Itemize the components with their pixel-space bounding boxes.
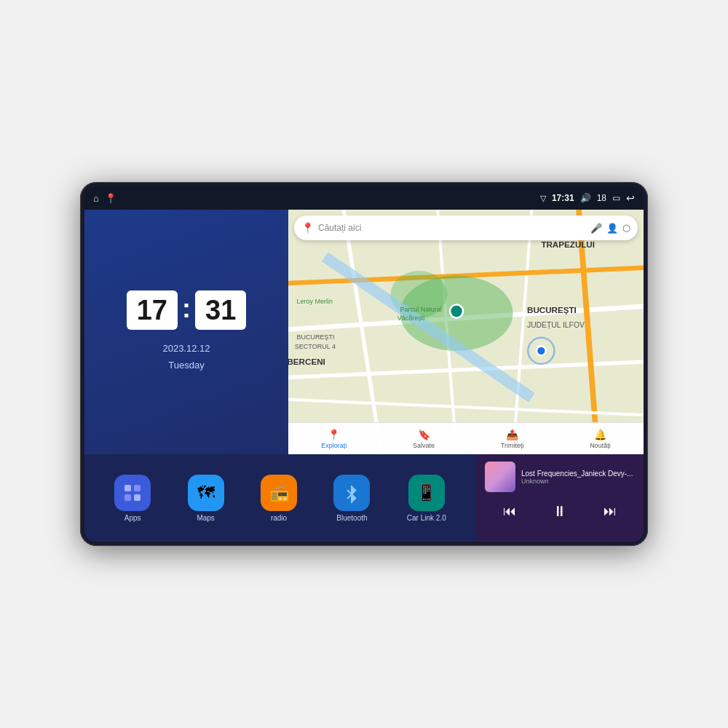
app-icon-maps[interactable]: 🗺 Maps	[188, 475, 224, 522]
svg-text:Leroy Merlin: Leroy Merlin	[296, 298, 333, 305]
svg-text:Parcul Natural: Parcul Natural	[400, 306, 442, 313]
music-player: Lost Frequencies_Janieck Devy-... Unknow…	[476, 454, 644, 542]
svg-text:BERCENI: BERCENI	[288, 357, 325, 366]
clock-colon: :	[182, 293, 191, 324]
svg-text:SECTORUL 4: SECTORUL 4	[295, 343, 336, 350]
svg-point-13	[537, 346, 546, 355]
send-icon: 📤	[506, 429, 518, 440]
carlink-app-icon: 📱	[408, 475, 445, 511]
svg-text:TRAPEZULUI: TRAPEZULUI	[541, 240, 595, 249]
explore-icon: 📍	[328, 429, 340, 440]
next-button[interactable]: ⏭	[598, 499, 622, 523]
music-artist: Unknown	[521, 478, 635, 485]
map-bottom-nav: 📍 Explorați 🔖 Salvate 📤 Trimiteți �	[288, 422, 644, 454]
main-content: 17 : 31 2023.12.12 Tuesday	[84, 210, 644, 542]
saved-label: Salvate	[413, 442, 435, 449]
map-nav-news[interactable]: 🔔 Noutăți	[590, 429, 611, 449]
news-icon: 🔔	[594, 429, 606, 440]
battery-level: 18	[597, 193, 606, 203]
time-display: 17:31	[552, 193, 574, 203]
device-screen: ⌂ 📍 ▽ 17:31 🔊 18 ▭ ↩ 17 :	[84, 186, 644, 542]
svg-rect-31	[124, 494, 131, 501]
layers-icon[interactable]: ⬡	[622, 223, 630, 234]
app-icon-apps[interactable]: Apps	[114, 475, 151, 522]
app-icon-bluetooth[interactable]: Bluetooth	[333, 475, 370, 522]
radio-app-icon: 📻	[261, 475, 297, 511]
clock-date: 2023.12.12 Tuesday	[162, 340, 210, 374]
map-search-placeholder[interactable]: Căutați aici	[318, 223, 586, 233]
mic-icon[interactable]: 🎤	[590, 223, 602, 234]
clock-display: 17 : 31	[127, 290, 247, 330]
explore-label: Explorați	[321, 442, 347, 449]
svg-rect-32	[134, 494, 141, 501]
music-title: Lost Frequencies_Janieck Devy-...	[521, 470, 635, 478]
svg-text:BUCUREȘTI: BUCUREȘTI	[527, 305, 577, 314]
clock-hours: 17	[127, 290, 178, 330]
top-row: 17 : 31 2023.12.12 Tuesday	[84, 210, 644, 454]
svg-text:Văcărești: Văcărești	[397, 314, 425, 322]
apps-icon	[114, 475, 151, 511]
volume-icon: 🔊	[580, 193, 591, 203]
bluetooth-label: Bluetooth	[336, 514, 367, 522]
map-nav-saved[interactable]: 🔖 Salvate	[413, 429, 435, 449]
maps-label: Maps	[197, 514, 214, 522]
news-label: Noutăți	[590, 442, 611, 449]
maps-icon[interactable]: 📍	[105, 193, 116, 204]
apps-bar: Apps 🗺 Maps 📻 radio	[84, 454, 476, 542]
prev-button[interactable]: ⏮	[498, 499, 521, 523]
send-label: Trimiteți	[501, 442, 524, 449]
map-search-actions: 🎤 👤 ⬡	[590, 223, 630, 234]
app-icon-radio[interactable]: 📻 radio	[261, 475, 297, 522]
account-icon[interactable]: 👤	[606, 223, 618, 234]
apps-label: Apps	[124, 514, 141, 522]
clock-widget: 17 : 31 2023.12.12 Tuesday	[84, 210, 288, 454]
map-nav-explore[interactable]: 📍 Explorați	[321, 429, 347, 449]
home-icon[interactable]: ⌂	[93, 193, 99, 204]
music-controls: ⏮ ⏸ ⏭	[485, 499, 635, 523]
apps-grid-icon	[122, 483, 143, 503]
car-display-device: ⌂ 📍 ▽ 17:31 🔊 18 ▭ ↩ 17 :	[80, 182, 648, 546]
saved-icon: 🔖	[418, 429, 430, 440]
status-bar: ⌂ 📍 ▽ 17:31 🔊 18 ▭ ↩	[84, 186, 644, 210]
music-details: Lost Frequencies_Janieck Devy-... Unknow…	[521, 470, 635, 485]
bluetooth-app-icon	[333, 475, 370, 511]
carlink-label: Car Link 2.0	[407, 514, 446, 522]
clock-minutes: 31	[195, 290, 246, 330]
radio-label: radio	[271, 514, 287, 522]
play-pause-button[interactable]: ⏸	[548, 499, 571, 523]
svg-rect-29	[124, 485, 131, 491]
battery-icon: ▭	[612, 193, 620, 203]
svg-text:JUDEȚUL ILFOV: JUDEȚUL ILFOV	[527, 321, 585, 329]
status-bar-left: ⌂ 📍	[93, 193, 116, 204]
map-nav-send[interactable]: 📤 Trimiteți	[501, 429, 524, 449]
signal-icon: ▽	[540, 194, 546, 203]
back-icon[interactable]: ↩	[626, 192, 635, 204]
svg-rect-30	[134, 485, 141, 491]
svg-point-12	[450, 305, 463, 318]
status-bar-right: ▽ 17:31 🔊 18 ▭ ↩	[540, 192, 635, 204]
map-background: ⊕ ✦ Google TRAPEZULUI BUCUREȘTI JUDEȚUL …	[288, 210, 644, 454]
maps-app-icon: 🗺	[188, 475, 224, 511]
app-icon-carlink[interactable]: 📱 Car Link 2.0	[407, 475, 446, 522]
music-info: Lost Frequencies_Janieck Devy-... Unknow…	[485, 462, 635, 492]
map-widget[interactable]: ⊕ ✦ Google TRAPEZULUI BUCUREȘTI JUDEȚUL …	[288, 210, 644, 454]
music-thumbnail	[485, 462, 515, 492]
map-search-bar[interactable]: 📍 Căutați aici 🎤 👤 ⬡	[294, 215, 638, 240]
map-pin-icon: 📍	[301, 222, 314, 234]
bottom-row: Apps 🗺 Maps 📻 radio	[84, 454, 644, 542]
bluetooth-icon	[341, 483, 362, 503]
svg-text:BUCUREȘTI: BUCUREȘTI	[296, 333, 334, 341]
